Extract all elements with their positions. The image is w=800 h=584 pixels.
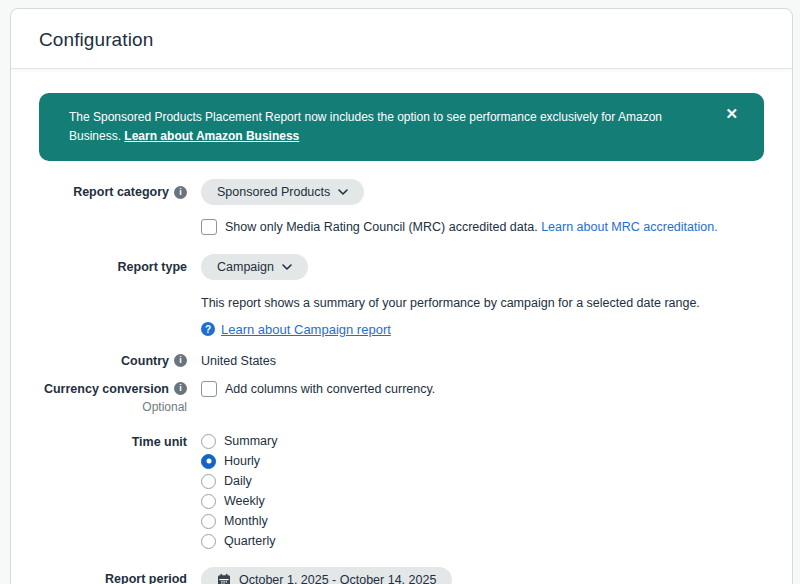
currency-conversion-row: Currency conversion i Optional Add colum… xyxy=(39,381,764,416)
currency-checkbox[interactable] xyxy=(201,381,217,397)
radio-icon[interactable] xyxy=(201,474,216,489)
mrc-checkbox[interactable] xyxy=(201,219,217,235)
time-unit-label: Time unit xyxy=(132,435,187,449)
info-icon[interactable]: i xyxy=(174,186,187,199)
currency-conversion-label: Currency conversion xyxy=(44,381,169,397)
radio-icon[interactable] xyxy=(201,494,216,509)
report-period-button[interactable]: October 1, 2025 - October 14, 2025 xyxy=(201,567,452,584)
report-type-dropdown[interactable]: Campaign xyxy=(201,254,308,280)
calendar-icon xyxy=(217,573,231,584)
currency-checkbox-label: Add columns with converted currency. xyxy=(225,382,435,396)
banner-text: The Sponsored Products Placement Report … xyxy=(69,108,700,146)
mrc-row: Show only Media Rating Council (MRC) acc… xyxy=(39,219,764,238)
currency-label-col: Currency conversion i Optional xyxy=(39,381,201,416)
report-type-label: Report type xyxy=(118,260,187,274)
report-category-row: Report category i Sponsored Products xyxy=(39,179,764,205)
optional-label: Optional xyxy=(39,400,187,416)
report-category-value: Sponsored Products xyxy=(217,185,330,199)
time-unit-option-label: Summary xyxy=(224,434,277,448)
report-type-row: Report type Campaign xyxy=(39,254,764,280)
time-unit-group: SummaryHourlyDailyWeeklyMonthlyQuarterly xyxy=(201,434,764,549)
time-unit-label-col: Time unit xyxy=(39,434,201,450)
time-unit-option-label: Quarterly xyxy=(224,534,275,548)
report-category-label-col: Report category i xyxy=(39,184,201,200)
radio-icon[interactable] xyxy=(201,534,216,549)
chevron-down-icon xyxy=(338,189,348,195)
time-unit-option-weekly[interactable]: Weekly xyxy=(201,494,265,509)
time-unit-option-daily[interactable]: Daily xyxy=(201,474,252,489)
report-period-label: Report period xyxy=(105,572,187,584)
page-title: Configuration xyxy=(39,29,764,51)
close-icon[interactable]: ✕ xyxy=(721,104,742,123)
radio-icon[interactable] xyxy=(201,434,216,449)
time-unit-option-hourly[interactable]: Hourly xyxy=(201,454,260,469)
time-unit-option-label: Hourly xyxy=(224,454,260,468)
country-label: Country xyxy=(121,353,169,369)
report-type-label-col: Report type xyxy=(39,259,201,275)
time-unit-option-monthly[interactable]: Monthly xyxy=(201,514,268,529)
mrc-checkbox-label: Show only Media Rating Council (MRC) acc… xyxy=(225,220,718,234)
radio-icon[interactable] xyxy=(201,454,216,469)
report-type-description: This report shows a summary of your perf… xyxy=(201,294,764,312)
help-icon: ? xyxy=(201,322,215,336)
chevron-down-icon xyxy=(282,264,292,270)
time-unit-option-label: Daily xyxy=(224,474,252,488)
radio-icon[interactable] xyxy=(201,514,216,529)
report-period-row: Report period October 1, 2025 - October … xyxy=(39,567,764,584)
country-label-col: Country i xyxy=(39,353,201,369)
card-body: The Sponsored Products Placement Report … xyxy=(11,69,792,584)
card-header: Configuration xyxy=(11,9,792,69)
time-unit-option-summary[interactable]: Summary xyxy=(201,434,277,449)
time-unit-option-label: Weekly xyxy=(224,494,265,508)
notification-banner: The Sponsored Products Placement Report … xyxy=(39,93,764,161)
country-value: United States xyxy=(201,354,276,368)
report-type-value: Campaign xyxy=(217,260,274,274)
amazon-business-link[interactable]: Learn about Amazon Business xyxy=(124,129,299,143)
info-icon[interactable]: i xyxy=(174,354,187,367)
mrc-checkbox-row[interactable]: Show only Media Rating Council (MRC) acc… xyxy=(201,219,718,235)
campaign-report-link[interactable]: Learn about Campaign report xyxy=(221,322,391,337)
configuration-card: Configuration The Sponsored Products Pla… xyxy=(10,8,793,584)
report-period-value: October 1, 2025 - October 14, 2025 xyxy=(239,573,436,584)
report-type-description-row: This report shows a summary of your perf… xyxy=(39,294,764,336)
info-icon[interactable]: i xyxy=(174,382,187,395)
report-category-dropdown[interactable]: Sponsored Products xyxy=(201,179,364,205)
mrc-accreditation-link[interactable]: Learn about MRC accreditation. xyxy=(541,220,717,234)
report-period-label-col: Report period xyxy=(39,571,201,584)
report-category-label: Report category xyxy=(73,184,169,200)
time-unit-option-quarterly[interactable]: Quarterly xyxy=(201,534,275,549)
currency-checkbox-row[interactable]: Add columns with converted currency. xyxy=(201,381,435,397)
country-row: Country i United States xyxy=(39,353,764,369)
time-unit-row: Time unit SummaryHourlyDailyWeeklyMonthl… xyxy=(39,434,764,549)
time-unit-option-label: Monthly xyxy=(224,514,268,528)
